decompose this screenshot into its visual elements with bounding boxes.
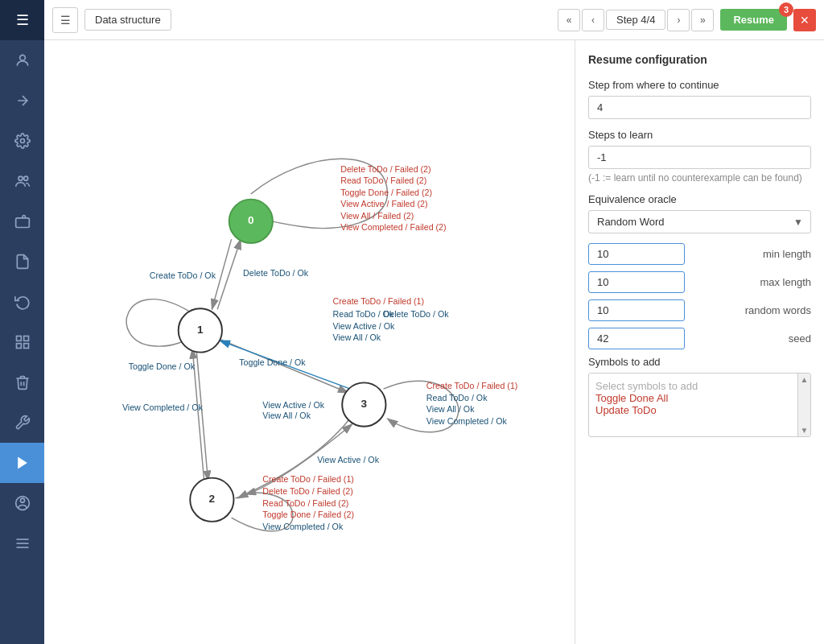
label-create-ok: Create ToDo / Ok [150,270,216,280]
menu-button[interactable]: ☰ [52,7,78,33]
label-self-0-1: Delete ToDo / Failed (2) [340,164,431,174]
svg-point-1 [20,139,24,143]
sidebar-item-puzzle[interactable] [0,201,44,242]
symbols-box[interactable]: Select symbols to add Toggle Done All Up… [588,373,811,437]
steps-hint: (-1 := learn until no counterexample can… [588,172,811,184]
symbol-toggle-done-all[interactable]: Toggle Done All [595,392,788,404]
oracle-select-wrapper: Random Word Complete W-Method ▼ [588,210,811,233]
step-from-input[interactable] [588,96,811,119]
symbols-content: Select symbols to add Toggle Done All Up… [595,380,804,416]
label-self-2-5: View Completed / Ok [262,522,344,531]
max-length-input[interactable] [588,271,685,293]
symbols-to-add-label: Symbols to add [588,356,811,368]
label-self-3-2: Read ToDo / Ok [426,393,488,402]
seed-input[interactable] [588,328,685,349]
nav-prev-button[interactable]: ‹ [582,9,604,31]
label-toggle-1-to-2: Toggle Done / Ok [129,361,196,371]
label-self-2-4: Toggle Done / Failed (2) [262,510,354,519]
seed-field: seed [588,328,811,349]
steps-to-learn-label: Steps to learn [588,129,811,141]
sidebar-item-settings[interactable] [0,121,44,161]
sidebar-item-list[interactable] [0,322,44,362]
svg-rect-4 [15,218,29,228]
sidebar-item-doc[interactable] [0,242,44,282]
close-button[interactable]: ✕ [793,9,816,31]
min-length-label: min length [691,248,811,260]
svg-rect-7 [23,344,28,349]
oracle-select[interactable]: Random Word Complete W-Method [588,210,811,233]
nav-first-button[interactable]: « [558,9,580,31]
nav-last-button[interactable]: » [691,9,714,31]
label-toggle-3: Toggle Done / Ok [239,357,306,367]
sidebar-item-menu-lines[interactable] [0,523,44,564]
nav-next-button[interactable]: › [667,9,690,31]
sidebar-item-wrench[interactable] [0,402,44,443]
sidebar-item-user[interactable] [0,40,44,80]
content-area: 0 1 2 3 Delete ToDo / Failed (2) Read To… [44,40,824,644]
random-words-label: random words [691,304,811,316]
svg-marker-9 [18,457,27,469]
symbols-scrollbar[interactable]: ▲ ▼ [797,374,810,436]
automaton-graph: 0 1 2 3 Delete ToDo / Failed (2) Read To… [44,40,575,644]
svg-point-11 [20,498,24,502]
step-from-label: Step from where to continue [588,79,811,91]
label-self-0-5: View All / Failed (2) [340,211,414,221]
sidebar-toggle-button[interactable]: ☰ [0,0,44,40]
sidebar-item-arrow[interactable] [0,80,44,121]
sidebar-item-team[interactable] [0,161,44,201]
label-self-3-4: View Completed / Ok [426,416,508,426]
sidebar-item-profile[interactable] [0,483,44,523]
svg-point-3 [23,176,27,180]
data-structure-title: Data structure [84,9,171,31]
sidebar: ☰ [0,0,44,644]
label-view-all-ok-3: View All / Ok [262,411,311,420]
panel-title: Resume configuration [588,53,811,66]
graph-area: 0 1 2 3 Delete ToDo / Failed (2) Read To… [44,40,575,644]
label-delete-ok-1: Delete ToDo / Ok [384,309,450,319]
label-self-3-1: Create ToDo / Failed (1) [426,381,518,390]
scroll-up-icon[interactable]: ▲ [801,375,809,384]
min-length-input[interactable] [588,243,685,265]
node-2-label: 2 [209,493,216,505]
label-self-0-2: Read ToDo / Failed (2) [340,175,426,185]
hamburger-icon: ☰ [16,11,29,29]
label-self-0-4: View Active / Failed (2) [340,199,427,208]
max-length-label: max length [691,276,811,288]
svg-point-2 [19,176,23,180]
svg-rect-6 [23,336,28,341]
label-self-3-3: View All / Ok [426,404,475,414]
sidebar-item-play[interactable] [0,443,44,483]
label-self-1-1: Create ToDo / Failed (1) [333,296,425,306]
max-length-field: max length [588,271,811,293]
svg-point-0 [19,55,25,60]
label-self-0-6: View Completed / Failed (2) [340,222,446,232]
resume-button[interactable]: Resume 3 [720,9,787,31]
label-self-0-3: Toggle Done / Failed (2) [340,188,432,197]
node-0-label: 0 [248,214,254,226]
main-content: ☰ Data structure « ‹ Step 4/4 › » Resume… [44,0,824,644]
menu-icon: ☰ [60,14,71,27]
label-view-completed-ok: View Completed / Ok [122,402,204,412]
symbol-update-todo[interactable]: Update ToDo [595,404,788,416]
label-self-2-2: Delete ToDo / Failed (2) [262,486,352,496]
label-self-2-1: Create ToDo / Failed (1) [262,474,354,484]
label-self-2-3: Read ToDo / Failed (2) [262,498,348,508]
step-indicator: Step 4/4 [606,10,665,30]
random-words-input[interactable] [588,299,685,321]
right-panel: Resume configuration Step from where to … [575,40,824,644]
resume-badge: 3 [779,2,793,17]
symbols-placeholder: Select symbols to add [595,380,788,392]
random-words-field: random words [588,299,811,321]
sidebar-item-trash[interactable] [0,362,44,402]
seed-label: seed [691,332,811,345]
min-length-field: min length [588,243,811,265]
navigation-controls: « ‹ Step 4/4 › » [558,9,714,31]
scroll-down-icon[interactable]: ▼ [801,426,809,435]
label-self-1-3: View Active / Ok [333,321,395,331]
sidebar-item-refresh[interactable] [0,282,44,322]
steps-to-learn-input[interactable] [588,146,811,169]
svg-rect-8 [16,344,21,349]
label-delete-ok: Delete ToDo / Ok [243,268,309,278]
label-view-active-ok-3: View Active / Ok [262,400,324,410]
svg-rect-5 [16,336,21,341]
